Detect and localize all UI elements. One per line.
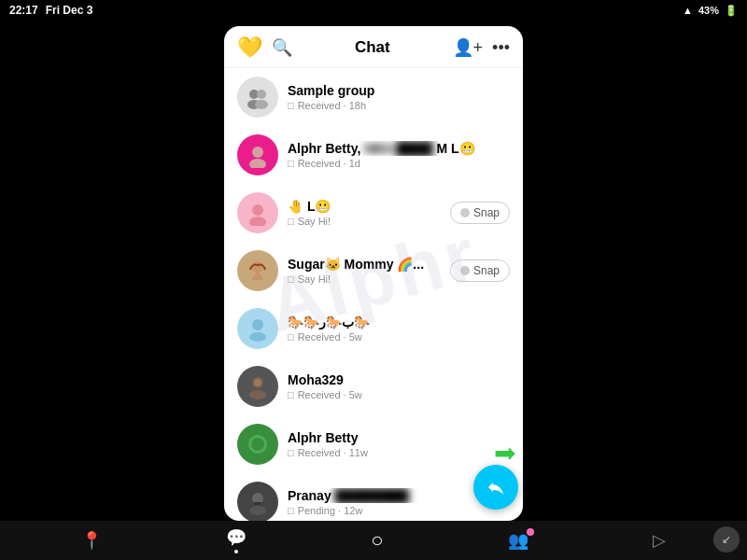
- chat-status: □ Received · 5w: [288, 389, 510, 400]
- chat-info-alphr-betty-nba: Alphr Betty, NBA ████ M L😬 □ Received · …: [288, 141, 510, 169]
- chat-status: □ Received · 1d: [288, 158, 510, 169]
- arrow-indicator: ➡: [494, 438, 515, 469]
- chat-name: 🐎🐎ب🐎ر🐎: [288, 315, 510, 329]
- chat-name: Moha329: [288, 372, 510, 387]
- date: Fri Dec 3: [46, 4, 93, 17]
- chat-name: Sample group: [288, 83, 510, 98]
- svg-point-9: [252, 319, 263, 330]
- chat-info-l: 🤚 L😬 □ Say Hi!: [288, 199, 443, 227]
- friends-badge: [527, 528, 534, 536]
- nav-camera[interactable]: ○: [371, 528, 383, 553]
- svg-point-6: [252, 204, 263, 216]
- corner-icon[interactable]: ↙: [713, 526, 740, 553]
- avatar-arabic: [237, 308, 278, 349]
- friends-icon: 👥: [508, 530, 529, 551]
- nav-friends[interactable]: 👥: [508, 530, 529, 551]
- resize-icon: ↙: [722, 533, 731, 546]
- chat-icon: □: [288, 158, 294, 169]
- camera-icon: ○: [371, 528, 383, 553]
- chat-status: □ Pending · 12w: [288, 505, 510, 516]
- snap-circle-icon: [460, 266, 470, 275]
- chat-status: □ Received · 5w: [288, 331, 510, 343]
- avatar-pranay: [237, 482, 278, 521]
- chat-icon: □: [288, 505, 294, 516]
- bottom-nav: 📍 💬 ○ 👥 ▷: [0, 521, 747, 560]
- avatar-alphr-betty-nba: [237, 134, 278, 175]
- chat-item-sample-group[interactable]: Sample group □ Received · 18h: [224, 68, 523, 126]
- battery-indicator: 43%: [698, 5, 719, 16]
- more-menu-button[interactable]: •••: [492, 38, 510, 58]
- chat-icon: □: [288, 100, 294, 111]
- svg-point-4: [252, 147, 263, 158]
- battery-icon: 🔋: [725, 5, 738, 17]
- svg-point-7: [249, 217, 266, 226]
- chat-info-sample-group: Sample group □ Received · 18h: [288, 83, 510, 111]
- chat-item-alphr-betty[interactable]: Alphr Betty □ Received · 11w: [224, 415, 523, 473]
- svg-point-1: [257, 90, 266, 99]
- header-right: 👤+ •••: [453, 37, 510, 58]
- discover-icon: ▷: [653, 530, 666, 551]
- chat-icon: □: [288, 447, 294, 458]
- svg-point-17: [249, 506, 266, 515]
- snap-label: Snap: [473, 264, 500, 277]
- blurred-pranay: ████████: [335, 488, 409, 503]
- status-bar: 22:17 Fri Dec 3 ▲ 43% 🔋: [0, 0, 747, 21]
- nav-discover[interactable]: ▷: [653, 530, 666, 551]
- snap-circle-icon: [460, 208, 470, 217]
- chat-list: Sample group □ Received · 18h Alphr Bett…: [224, 68, 523, 521]
- nav-map[interactable]: 📍: [81, 530, 102, 551]
- chat-nav-icon: 💬: [226, 527, 247, 548]
- chat-status: □ Say Hi!: [288, 216, 443, 227]
- svg-point-5: [249, 159, 266, 168]
- chat-item-l-emoji[interactable]: 🤚 L😬 □ Say Hi! Snap: [224, 184, 523, 242]
- snap-button-sugar[interactable]: Snap: [450, 259, 510, 282]
- chat-status: □ Received · 18h: [288, 100, 510, 111]
- chat-icon: □: [288, 389, 294, 400]
- avatar-sugar-mommy: [237, 250, 278, 291]
- svg-point-12: [249, 390, 266, 399]
- chat-status: □ Say Hi!: [288, 273, 443, 285]
- chat-item-alphr-betty-nba[interactable]: Alphr Betty, NBA ████ M L😬 □ Received · …: [224, 126, 523, 184]
- svg-point-13: [254, 379, 261, 386]
- chat-panel: 💛 🔍 Chat 👤+ ••• Sample group: [224, 26, 523, 521]
- avatar-sample-group: [237, 77, 278, 118]
- blurred-text: NBA ████: [364, 141, 432, 156]
- chat-header: 💛 🔍 Chat 👤+ •••: [224, 26, 523, 68]
- header-left: 💛 🔍: [237, 35, 292, 60]
- avatar-l-emoji: [237, 192, 278, 233]
- chat-name: 🤚 L😬: [288, 199, 443, 214]
- snap-label: Snap: [473, 206, 500, 219]
- chat-info-sugar-mommy: Sugar🐱 Mommy 🌈... □ Say Hi!: [288, 257, 443, 285]
- snap-button[interactable]: Snap: [450, 202, 510, 224]
- svg-rect-18: [254, 502, 261, 505]
- time: 22:17: [9, 4, 38, 17]
- chat-name: Sugar🐱 Mommy 🌈...: [288, 257, 443, 272]
- nav-chat[interactable]: 💬: [226, 527, 247, 553]
- ghost-icon[interactable]: 💛: [237, 35, 262, 60]
- chat-info-alphr-betty: Alphr Betty □ Received · 11w: [288, 430, 510, 458]
- avatar-moha329: [237, 366, 278, 407]
- chat-info-arabic: 🐎🐎ب🐎ر🐎 □ Received · 5w: [288, 315, 510, 343]
- chat-icon: □: [288, 331, 294, 343]
- add-friend-button[interactable]: 👤+: [453, 37, 484, 58]
- avatar-alphr-betty: [237, 424, 278, 465]
- wifi-icon: ▲: [683, 5, 693, 16]
- chat-icon: □: [288, 216, 294, 227]
- chat-status: □ Received · 11w: [288, 447, 510, 458]
- header-title: Chat: [292, 38, 453, 57]
- active-indicator: [234, 550, 238, 553]
- fab-reply-button[interactable]: [473, 465, 518, 510]
- svg-point-3: [255, 100, 268, 109]
- svg-point-15: [251, 438, 264, 451]
- chat-info-moha329: Moha329 □ Received · 5w: [288, 372, 510, 400]
- search-icon[interactable]: 🔍: [272, 37, 292, 58]
- svg-point-8: [252, 261, 263, 273]
- chat-item-moha329[interactable]: Moha329 □ Received · 5w: [224, 357, 523, 415]
- chat-name: Alphr Betty, NBA ████ M L😬: [288, 141, 510, 156]
- chat-icon: □: [288, 273, 294, 285]
- map-icon: 📍: [81, 530, 102, 551]
- chat-item-arabic[interactable]: 🐎🐎ب🐎ر🐎 □ Received · 5w: [224, 300, 523, 357]
- svg-point-10: [249, 332, 266, 342]
- chat-name: Alphr Betty: [288, 430, 510, 445]
- chat-item-sugar-mommy[interactable]: Sugar🐱 Mommy 🌈... □ Say Hi! Snap: [224, 242, 523, 300]
